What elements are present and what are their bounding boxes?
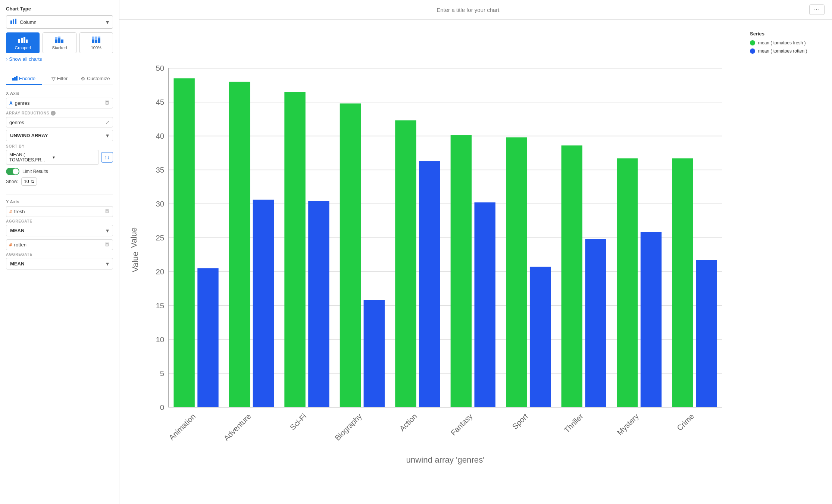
genres-array-label: genres: [9, 120, 105, 125]
aggregate2-dropdown[interactable]: MEAN ▾: [6, 258, 113, 270]
chart-title-input[interactable]: [127, 7, 809, 13]
chart-type-dropdown[interactable]: Column ▾: [6, 15, 113, 29]
svg-rect-5: [24, 37, 25, 43]
tab-filter[interactable]: ▽ Filter: [42, 72, 78, 85]
100pct-icon: [81, 36, 111, 45]
x-field-type-icon: A: [9, 101, 13, 106]
legend-item-rotten: mean ( tomatoes rotten ): [750, 48, 825, 54]
expand-icon[interactable]: ⤢: [105, 119, 110, 125]
svg-rect-19: [12, 78, 14, 81]
svg-rect-55: [197, 268, 218, 407]
svg-text:Fantasy: Fantasy: [449, 412, 474, 437]
legend-label-fresh: mean ( tomatoes fresh ): [758, 40, 806, 45]
legend-dot-fresh: [750, 40, 755, 45]
x-field-delete-icon[interactable]: [104, 100, 110, 106]
stacked-icon: [44, 36, 74, 45]
unwind-array-label: UNWIND ARRAY: [10, 133, 106, 138]
x-axis-label: X Axis: [6, 91, 113, 95]
variant-stacked[interactable]: Stacked: [43, 32, 76, 53]
show-stepper-arrows: ⇅: [31, 179, 34, 184]
svg-text:35: 35: [156, 166, 164, 174]
chart-svg: Value 05101520253035404550ValueAnimation…: [127, 27, 750, 497]
svg-rect-64: [364, 300, 385, 407]
svg-rect-60: [284, 92, 305, 407]
svg-text:Biography: Biography: [333, 412, 363, 442]
svg-text:Mystery: Mystery: [616, 412, 641, 437]
show-stepper[interactable]: 10 ⇅: [21, 177, 37, 186]
chart-type-section: Chart Type Column ▾ Grouped Stacked: [6, 6, 113, 68]
variant-grouped[interactable]: Grouped: [6, 32, 40, 53]
svg-text:40: 40: [156, 132, 164, 140]
100pct-label: 100%: [91, 45, 101, 50]
chart-type-title: Chart Type: [6, 6, 113, 12]
svg-text:Crime: Crime: [675, 412, 695, 432]
svg-rect-82: [696, 260, 717, 407]
svg-text:45: 45: [156, 98, 164, 106]
svg-rect-70: [474, 202, 495, 407]
aggregate2-label: AGGREGATE: [6, 252, 113, 256]
svg-text:30: 30: [156, 200, 164, 208]
svg-rect-0: [10, 21, 12, 24]
legend-title: Series: [750, 31, 825, 37]
aggregate1-value: MEAN: [10, 228, 106, 233]
svg-rect-69: [451, 135, 472, 407]
sort-direction-button[interactable]: ↑↓: [101, 152, 113, 163]
limit-results-label: Limit Results: [22, 169, 48, 174]
show-all-charts-link[interactable]: › Show all charts: [6, 56, 113, 62]
tab-encode[interactable]: Encode: [6, 72, 42, 85]
y-field2-delete-icon[interactable]: [104, 242, 110, 248]
svg-rect-14: [92, 37, 94, 40]
chart-type-label: Column: [20, 19, 106, 25]
stacked-label: Stacked: [52, 45, 67, 50]
array-reductions-info-icon: i: [51, 111, 56, 116]
svg-text:50: 50: [156, 64, 164, 72]
svg-text:0: 0: [160, 403, 164, 412]
svg-rect-54: [173, 78, 194, 407]
tab-customize[interactable]: ⚙ Customize: [77, 72, 113, 85]
svg-rect-81: [672, 158, 693, 407]
sort-field-dropdown[interactable]: MEAN ( TOMATOES.FR... ▾: [6, 150, 99, 165]
variant-100pct[interactable]: 100%: [79, 32, 113, 53]
svg-rect-1: [13, 19, 14, 24]
y-axis-text: Value: [131, 252, 140, 272]
svg-rect-12: [61, 39, 63, 40]
svg-rect-22: [105, 100, 109, 105]
svg-rect-61: [308, 201, 329, 407]
svg-rect-58: [253, 200, 274, 407]
svg-rect-9: [58, 38, 60, 43]
y-axis-section: Y Axis # fresh AGGREGATE MEAN ▾ # rotten…: [6, 199, 113, 272]
show-value: 10: [24, 179, 29, 184]
legend-dot-rotten: [750, 48, 755, 54]
chart-area: Value 05101520253035404550ValueAnimation…: [119, 20, 832, 504]
svg-rect-75: [562, 145, 582, 407]
y-field2-name: rotten: [14, 242, 104, 248]
encode-tabs: Encode ▽ Filter ⚙ Customize: [6, 72, 113, 85]
y-field2-row: # rotten: [6, 239, 113, 250]
customize-icon: ⚙: [81, 76, 85, 82]
svg-rect-57: [229, 82, 250, 407]
svg-rect-25: [105, 209, 109, 213]
y-field1-type-icon: #: [9, 209, 12, 214]
svg-text:25: 25: [156, 234, 164, 242]
svg-rect-2: [15, 19, 16, 24]
x-axis-section: X Axis A genres ARRAY REDUCTIONS i genre…: [6, 91, 113, 186]
y-field1-row: # fresh: [6, 206, 113, 217]
svg-text:Thriller: Thriller: [563, 412, 585, 434]
tab-encode-label: Encode: [19, 76, 35, 81]
chevron-right-icon: ›: [6, 56, 7, 62]
svg-rect-28: [105, 242, 109, 246]
svg-rect-78: [617, 158, 638, 407]
column-chart-icon: [10, 18, 17, 26]
aggregate2-value: MEAN: [10, 261, 106, 267]
array-reductions-label: ARRAY REDUCTIONS i: [6, 111, 113, 116]
y-field1-delete-icon[interactable]: [104, 208, 110, 215]
aggregate1-dropdown[interactable]: MEAN ▾: [6, 225, 113, 236]
sort-by-label: SORT BY: [6, 144, 113, 148]
svg-rect-7: [55, 40, 57, 43]
svg-rect-8: [55, 37, 57, 40]
limit-results-toggle[interactable]: [6, 168, 19, 175]
unwind-array-dropdown[interactable]: UNWIND ARRAY ▾: [6, 130, 113, 141]
y-field1-name: fresh: [14, 209, 104, 214]
svg-text:20: 20: [156, 268, 164, 276]
more-options-button[interactable]: ···: [809, 4, 825, 15]
